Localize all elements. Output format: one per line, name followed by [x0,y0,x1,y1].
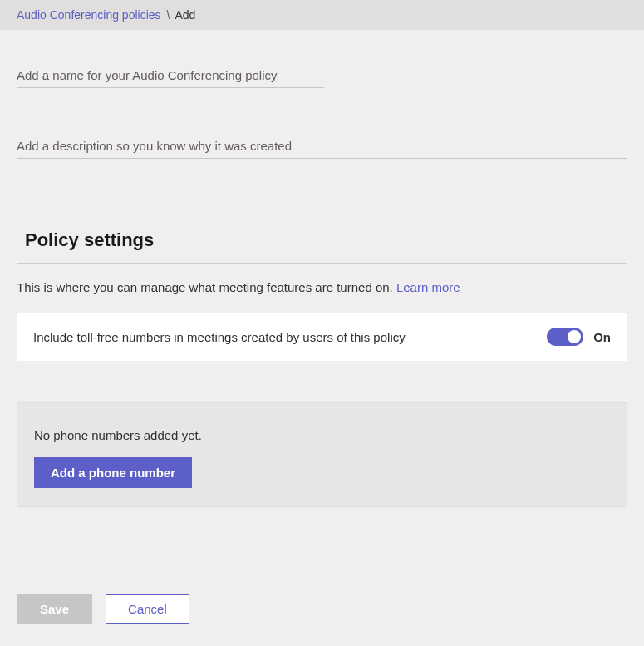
phone-numbers-panel: No phone numbers added yet. Add a phone … [17,402,627,507]
toggle-knob [568,330,581,343]
learn-more-link[interactable]: Learn more [396,280,460,294]
breadcrumb-parent-link[interactable]: Audio Conferencing policies [17,8,161,22]
add-phone-number-button[interactable]: Add a phone number [34,457,192,488]
settings-description-text: This is where you can manage what meetin… [17,280,393,294]
cancel-button[interactable]: Cancel [106,594,189,624]
phone-empty-text: No phone numbers added yet. [34,428,610,442]
save-button[interactable]: Save [17,594,92,624]
settings-description: This is where you can manage what meetin… [17,280,627,294]
policy-description-input[interactable] [17,134,627,159]
settings-divider [17,263,627,264]
breadcrumb-separator: \ [166,8,170,22]
policy-name-input[interactable] [17,63,324,88]
toll-free-toggle-row: Include toll-free numbers in meetings cr… [17,313,627,361]
footer-buttons: Save Cancel [17,594,627,624]
toll-free-toggle[interactable] [547,328,583,346]
policy-settings-heading: Policy settings [25,229,627,251]
toll-free-toggle-state: On [593,330,611,344]
breadcrumb: Audio Conferencing policies \ Add [0,0,644,30]
breadcrumb-current: Add [175,8,195,22]
toll-free-toggle-label: Include toll-free numbers in meetings cr… [33,330,406,344]
